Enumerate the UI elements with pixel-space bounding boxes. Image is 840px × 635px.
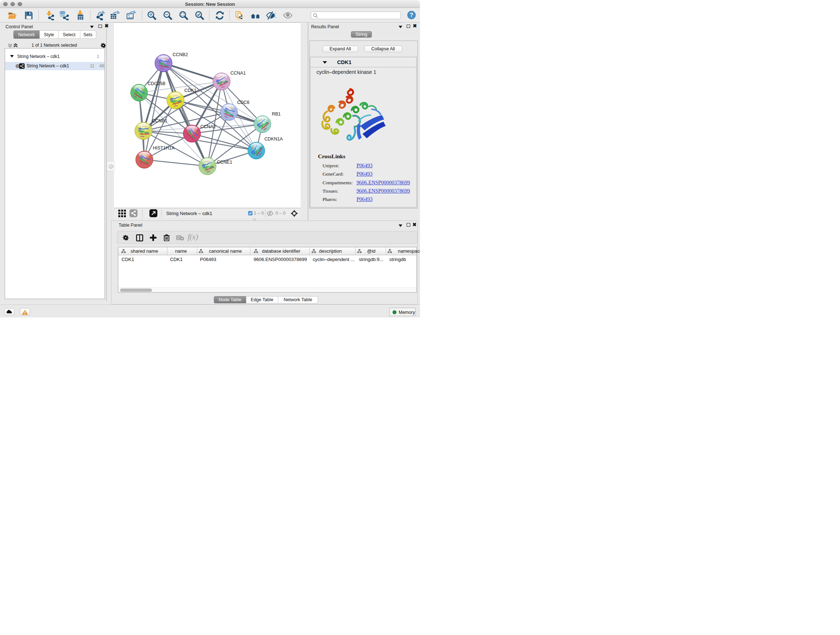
svg-text:CCNA2: CCNA2 (201, 124, 216, 129)
svg-text:CDKN1A: CDKN1A (264, 136, 283, 141)
svg-text:CCNA1: CCNA1 (231, 71, 246, 76)
svg-text:CCNE1: CCNE1 (217, 160, 232, 165)
svg-text:?: ? (410, 12, 414, 18)
svg-text:CCNB2: CCNB2 (172, 52, 188, 57)
svg-text:CDC6: CDC6 (237, 100, 249, 105)
svg-text:CDC25B: CDC25B (148, 81, 165, 86)
svg-text:HIST1H1A: HIST1H1A (153, 146, 174, 150)
svg-text:CCNB1: CCNB1 (152, 119, 167, 124)
svg-text:RB1: RB1 (272, 111, 280, 117)
svg-text:CDK1: CDK1 (184, 88, 196, 93)
